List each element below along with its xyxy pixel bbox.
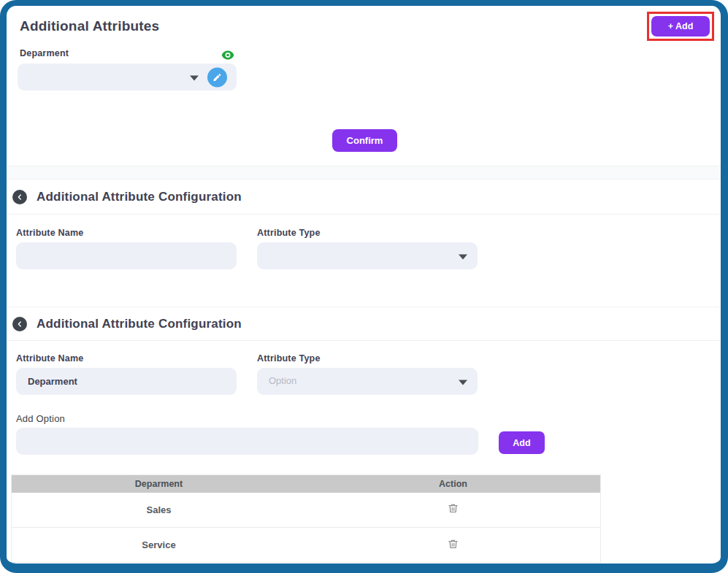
- option-name-cell: Sales: [12, 493, 307, 528]
- config-section-header: Additional Attribute Configuration: [7, 307, 721, 341]
- option-action-cell: [306, 528, 601, 563]
- option-name: Service: [142, 539, 175, 550]
- annotation-highlight-box: + Add: [647, 12, 714, 41]
- option-name: Sales: [147, 504, 172, 515]
- attribute-type-label: Attribute Type: [257, 353, 321, 364]
- option-action-cell: [306, 493, 601, 528]
- attribute-name-label: Attribute Name: [16, 228, 83, 238]
- table-header-row: Deparment Action: [12, 475, 601, 493]
- confirm-button[interactable]: Confirm: [332, 129, 397, 152]
- options-table: Deparment Action Sales Ser: [11, 474, 601, 563]
- add-option-label: Add Option: [16, 413, 65, 424]
- config-section-header: Additional Attribute Configuration: [7, 180, 721, 215]
- attribute-type-label: Attribute Type: [257, 228, 321, 238]
- attribute-name-input[interactable]: [16, 242, 237, 269]
- chevron-down-icon: [459, 380, 467, 385]
- add-attribute-button[interactable]: + Add: [651, 16, 710, 36]
- attribute-name-input[interactable]: [16, 368, 237, 395]
- column-header-department: Deparment: [12, 475, 307, 493]
- attribute-type-select[interactable]: [257, 242, 478, 269]
- page-title: Additional Attributes: [20, 18, 159, 34]
- panel-gap: [7, 166, 721, 180]
- visibility-eye-icon[interactable]: [221, 50, 234, 61]
- chevron-down-icon: [459, 254, 467, 259]
- add-option-button[interactable]: Add: [499, 431, 545, 454]
- attribute-type-value: [257, 368, 440, 393]
- add-option-input[interactable]: [16, 428, 478, 455]
- chevron-down-icon: [190, 75, 199, 80]
- department-select[interactable]: [18, 64, 237, 91]
- back-button[interactable]: [12, 190, 27, 204]
- delete-trash-icon[interactable]: [446, 537, 460, 553]
- edit-pencil-icon[interactable]: [207, 67, 227, 87]
- attribute-name-label: Attribute Name: [16, 353, 83, 364]
- table-row: Sales: [12, 493, 601, 528]
- options-table-body: Sales Service: [12, 493, 601, 563]
- table-row: Service: [12, 528, 601, 563]
- screenshot-stage: Additional Attributes + Add Deparment Co…: [0, 0, 728, 573]
- section-title: Additional Attribute Configuration: [37, 317, 242, 331]
- column-header-action: Action: [306, 475, 601, 493]
- section-title: Additional Attribute Configuration: [37, 190, 242, 204]
- attribute-type-select[interactable]: [257, 368, 478, 395]
- option-name-cell: Service: [12, 528, 307, 563]
- back-button[interactable]: [12, 317, 27, 331]
- delete-trash-icon[interactable]: [446, 501, 460, 518]
- department-label: Deparment: [20, 48, 69, 58]
